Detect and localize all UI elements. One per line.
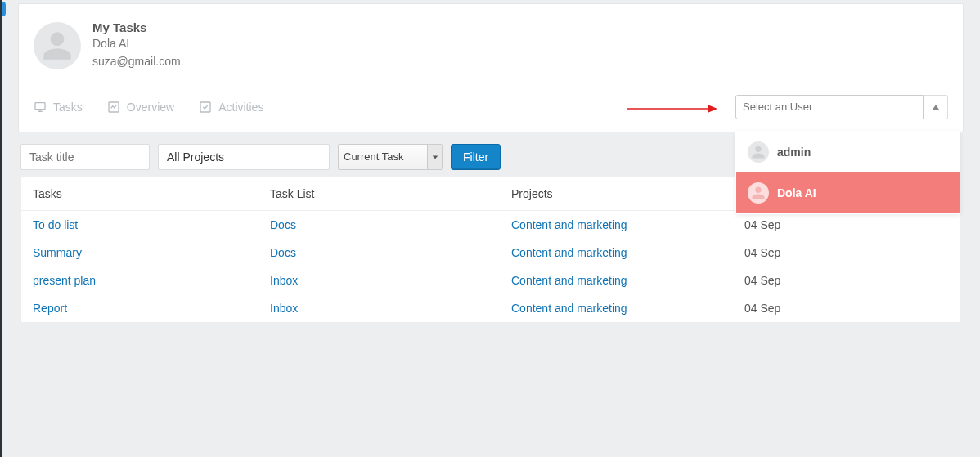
user-email: suza@gmail.com — [92, 52, 181, 70]
edge-accent — [0, 2, 6, 16]
task-link[interactable]: present plan — [33, 274, 270, 287]
status-select-value: Current Task — [344, 150, 403, 163]
user-select-wrap — [735, 95, 948, 119]
header-card: My Tasks Dola AI suza@gmail.com Tasks Ov… — [18, 3, 964, 132]
tab-tasks-label: Tasks — [53, 101, 83, 114]
table-row: To do list Docs Content and marketing 04… — [21, 211, 960, 239]
filter-button[interactable]: Filter — [451, 144, 501, 170]
tasklist-link[interactable]: Docs — [270, 246, 511, 259]
svg-marker-7 — [933, 105, 939, 110]
user-select-input[interactable] — [735, 95, 924, 119]
col-projects: Projects — [511, 187, 744, 200]
tab-activities[interactable]: Activities — [199, 92, 263, 122]
header-row: My Tasks Dola AI suza@gmail.com — [19, 4, 963, 83]
arrow-annotation — [627, 103, 717, 114]
user-select-toggle[interactable] — [924, 95, 948, 119]
page-title: My Tasks — [92, 20, 181, 34]
avatar-icon — [748, 141, 769, 163]
tabs-row: Tasks Overview Activities — [19, 83, 963, 132]
tab-activities-label: Activities — [218, 101, 263, 114]
user-option-admin[interactable]: admin — [736, 132, 960, 172]
due-date: 04 Sep — [744, 218, 949, 231]
user-option-label: Dola AI — [777, 186, 816, 199]
task-link[interactable]: To do list — [33, 218, 270, 231]
tasklist-link[interactable]: Inbox — [270, 302, 511, 315]
svg-marker-6 — [708, 105, 717, 113]
svg-rect-4 — [200, 102, 210, 112]
col-tasks: Tasks — [33, 187, 270, 200]
col-list: Task List — [270, 187, 511, 200]
person-icon — [41, 29, 74, 62]
table-row: Report Inbox Content and marketing 04 Se… — [21, 294, 960, 322]
task-link[interactable]: Report — [33, 302, 270, 315]
user-option-dola[interactable]: Dola AI — [736, 172, 960, 213]
projects-input[interactable] — [158, 144, 330, 170]
due-date: 04 Sep — [744, 274, 949, 287]
project-link[interactable]: Content and marketing — [511, 274, 744, 287]
due-date: 04 Sep — [744, 246, 949, 259]
user-name: Dola AI — [92, 34, 181, 52]
table-row: Summary Docs Content and marketing 04 Se… — [21, 239, 960, 267]
user-text: My Tasks Dola AI suza@gmail.com — [92, 20, 181, 71]
task-link[interactable]: Summary — [33, 246, 270, 259]
project-link[interactable]: Content and marketing — [511, 218, 744, 231]
project-link[interactable]: Content and marketing — [511, 302, 744, 315]
user-option-label: admin — [777, 146, 811, 159]
user-select: admin Dola AI — [735, 95, 948, 119]
page-root: My Tasks Dola AI suza@gmail.com Tasks Ov… — [0, 0, 980, 457]
chart-icon — [107, 101, 120, 114]
check-square-icon — [199, 101, 212, 114]
due-date: 04 Sep — [744, 302, 949, 315]
table-row: present plan Inbox Content and marketing… — [21, 267, 960, 294]
status-select[interactable]: Current Task — [338, 144, 443, 170]
tasklist-link[interactable]: Inbox — [270, 274, 511, 287]
project-link[interactable]: Content and marketing — [511, 246, 744, 259]
tab-tasks[interactable]: Tasks — [34, 92, 83, 122]
svg-marker-8 — [432, 155, 437, 159]
chevron-down-icon — [427, 145, 442, 169]
user-select-dropdown: admin Dola AI — [735, 131, 960, 214]
svg-rect-0 — [35, 103, 45, 110]
chevron-up-icon — [932, 103, 940, 111]
avatar-icon — [748, 182, 769, 204]
user-avatar — [34, 22, 81, 69]
monitor-icon — [34, 101, 47, 114]
tab-overview[interactable]: Overview — [107, 92, 174, 122]
tab-overview-label: Overview — [127, 101, 174, 114]
tasklist-link[interactable]: Docs — [270, 218, 511, 231]
task-title-input[interactable] — [20, 144, 150, 170]
